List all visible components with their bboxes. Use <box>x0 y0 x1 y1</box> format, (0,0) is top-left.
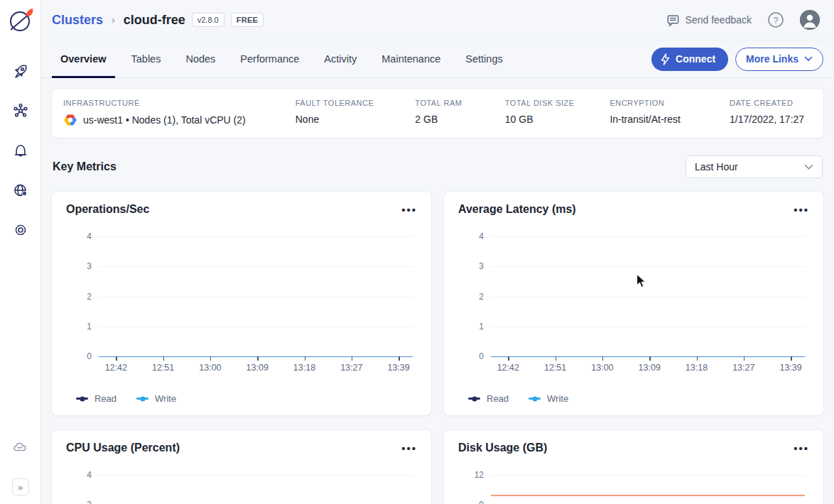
x-tick-mark <box>556 356 557 361</box>
settings-gear-icon[interactable] <box>11 221 30 239</box>
info-field-value: 1/17/2022, 17:27 <box>730 114 812 125</box>
chart-title: Disk Usage (GB) <box>458 442 547 454</box>
x-tick-mark <box>163 356 165 361</box>
info-field-label: DATE CREATED <box>730 99 812 107</box>
plan-badge: FREE <box>231 13 264 27</box>
x-tick-label: 13:09 <box>247 363 269 373</box>
info-field: INFRASTRUCTUREus-west1 • Nodes (1), Tota… <box>63 99 296 126</box>
tab-nodes[interactable]: Nodes <box>177 40 224 77</box>
chart-menu-button[interactable]: ••• <box>401 442 417 455</box>
gridline <box>99 327 413 327</box>
x-tick-label: 12:42 <box>105 363 127 373</box>
x-tick-mark <box>744 356 745 361</box>
info-field: TOTAL DISK SIZE10 GB <box>505 99 610 126</box>
y-tick-label: 0 <box>66 351 92 361</box>
cockroach-cloud-logo-icon[interactable] <box>6 6 36 35</box>
x-tick-label: 13:00 <box>199 363 221 373</box>
chart-title: Average Latency (ms) <box>458 203 576 216</box>
alerts-bell-icon[interactable] <box>11 141 30 160</box>
gridline <box>491 475 805 476</box>
x-tick-label: 13:09 <box>639 363 661 373</box>
main-area: Clusters › cloud-free v2.8.0 FREE Send f… <box>41 0 834 504</box>
info-field: DATE CREATED1/17/2022, 17:27 <box>730 99 812 126</box>
chart-card: Operations/Sec•••4321012:4212:5113:0013:… <box>51 191 432 416</box>
tab-overview[interactable]: Overview <box>52 40 115 77</box>
chart-menu-button[interactable]: ••• <box>794 442 809 455</box>
tab-activity[interactable]: Activity <box>315 40 365 77</box>
cluster-tab-bar: OverviewTablesNodesPerformanceActivityMa… <box>41 40 834 78</box>
y-tick-label: 4 <box>66 231 92 241</box>
legend-item-read[interactable]: Read <box>76 393 117 404</box>
network-nodes-icon[interactable] <box>11 102 30 120</box>
legend-marker-icon <box>529 398 541 400</box>
x-tick-mark <box>305 356 306 361</box>
legend-marker-icon <box>468 398 480 400</box>
tab-performance[interactable]: Performance <box>232 40 308 77</box>
info-field: TOTAL RAM2 GB <box>415 99 504 126</box>
help-icon[interactable]: ? <box>767 11 784 28</box>
y-tick-label: 3 <box>458 261 484 271</box>
y-tick-label: 9 <box>458 500 484 504</box>
legend-label: Read <box>94 393 117 404</box>
y-tick-label: 4 <box>66 470 92 480</box>
chart-menu-button[interactable]: ••• <box>401 203 417 217</box>
top-bar: Clusters › cloud-free v2.8.0 FREE Send f… <box>41 0 834 40</box>
legend-label: Write <box>155 393 176 404</box>
app-window: » Clusters › cloud-free v2.8.0 FREE Send… <box>0 0 834 504</box>
expand-sidebar-button[interactable]: » <box>12 478 29 495</box>
y-tick-label: 2 <box>458 292 484 302</box>
x-tick-label: 13:27 <box>732 363 754 373</box>
sidebar-bottom: » <box>11 427 30 495</box>
info-field: ENCRYPTIONIn-transit/At-rest <box>610 99 730 126</box>
series-line-capacity <box>491 495 805 496</box>
time-range-select[interactable]: Last Hour <box>686 155 823 178</box>
chart-header: Disk Usage (GB)••• <box>458 442 809 455</box>
legend-item-write[interactable]: Write <box>529 393 568 404</box>
gridline <box>491 266 805 267</box>
x-tick-mark <box>399 356 400 361</box>
x-tick-label: 12:51 <box>152 363 174 373</box>
y-tick-label: 2 <box>66 292 92 302</box>
gridline <box>491 236 805 237</box>
tab-maintenance[interactable]: Maintenance <box>373 40 449 77</box>
y-tick-label: 12 <box>458 470 484 480</box>
info-field-label: INFRASTRUCTURE <box>63 99 296 107</box>
send-feedback-button[interactable]: Send feedback <box>666 13 752 27</box>
chevron-down-icon <box>804 56 813 62</box>
x-tick-label: 13:39 <box>779 363 801 373</box>
chart-header: Operations/Sec••• <box>66 203 417 217</box>
connect-button[interactable]: Connect <box>651 48 728 71</box>
x-axis-line <box>491 356 805 357</box>
y-tick-label: 3 <box>66 261 92 271</box>
legend-item-read[interactable]: Read <box>468 393 509 404</box>
key-metrics-title: Key Metrics <box>53 160 117 173</box>
clusters-rocket-icon[interactable] <box>11 62 30 80</box>
x-tick-mark <box>116 356 117 361</box>
svg-text:?: ? <box>774 16 779 26</box>
chart-menu-button[interactable]: ••• <box>794 203 809 217</box>
chevron-down-icon <box>804 164 813 170</box>
x-tick-mark <box>602 356 604 361</box>
x-tick-label: 13:39 <box>387 363 409 373</box>
gridline <box>491 327 805 327</box>
x-tick-mark <box>508 356 509 361</box>
x-tick-mark <box>697 356 698 361</box>
chart-plot: 129630 <box>491 475 805 504</box>
x-axis-labels: 12:4212:5113:0013:0913:1813:2713:39 <box>491 363 805 374</box>
user-avatar[interactable] <box>800 10 820 30</box>
info-field-value: 10 GB <box>505 114 610 125</box>
breadcrumb-clusters-link[interactable]: Clusters <box>52 13 103 28</box>
cloud-icon[interactable] <box>11 438 30 456</box>
info-field-label: FAULT TOLERANCE <box>296 99 416 107</box>
chart-card: CPU Usage (Percent)•••4321012:4212:5113:… <box>51 429 432 504</box>
legend-item-write[interactable]: Write <box>136 393 176 404</box>
globe-settings-icon[interactable] <box>11 181 30 199</box>
more-links-button[interactable]: More Links <box>735 48 823 71</box>
legend-marker-icon <box>76 398 88 400</box>
info-field-value: us-west1 • Nodes (1), Total vCPU (2) <box>63 114 296 126</box>
x-axis-labels: 12:4212:5113:0013:0913:1813:2713:39 <box>99 363 413 374</box>
x-tick-mark <box>352 356 353 361</box>
tab-settings[interactable]: Settings <box>457 40 511 77</box>
tab-tables[interactable]: Tables <box>123 40 170 77</box>
x-tick-label: 13:18 <box>686 363 708 373</box>
